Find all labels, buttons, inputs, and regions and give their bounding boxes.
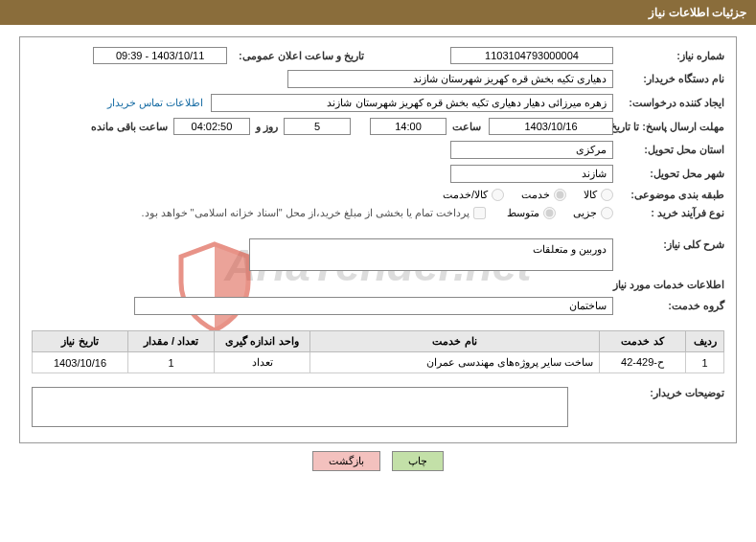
general-desc-value: دوربین و متعلقات	[249, 238, 613, 271]
buyer-org-label: نام دستگاه خریدار:	[619, 73, 724, 85]
back-button[interactable]: بازگشت	[312, 451, 380, 471]
th-row: ردیف	[686, 331, 724, 352]
days-count-value: 5	[284, 118, 351, 135]
row-province: استان محل تحویل: مرکزی	[32, 141, 724, 159]
deadline-label: مهلت ارسال پاسخ: تا تاریخ:	[619, 121, 724, 133]
purchase-type-label: نوع فرآیند خرید :	[619, 207, 724, 219]
buyer-notes-value	[32, 387, 568, 427]
row-requester: ایجاد کننده درخواست: زهره میرزائی دهیار …	[32, 94, 724, 112]
remaining-label: ساعت باقی مانده	[91, 121, 168, 133]
row-deadline: مهلت ارسال پاسخ: تا تاریخ: 1403/10/16 سا…	[32, 118, 724, 135]
button-bar: چاپ بازگشت	[0, 451, 756, 471]
print-button[interactable]: چاپ	[392, 451, 444, 471]
td-service-name: ساخت سایر پروژه‌های مهندسی عمران	[310, 352, 600, 373]
treasury-checkbox[interactable]	[473, 207, 486, 219]
td-service-code: ح-429-42	[600, 352, 686, 373]
category-radio-group: کالا خدمت کالا/خدمت	[429, 189, 613, 201]
announce-value: 1403/10/11 - 09:39	[93, 47, 227, 64]
row-category: طبقه بندی موضوعی: کالا خدمت کالا/خدمت	[32, 189, 724, 201]
th-service-code: کد خدمت	[600, 331, 686, 352]
th-qty: تعداد / مقدار	[128, 331, 215, 352]
td-need-date: 1403/10/16	[33, 352, 128, 373]
page-header: جزئیات اطلاعات نیاز	[0, 0, 756, 25]
service-group-value: ساختمان	[134, 297, 613, 315]
row-purchase-type: نوع فرآیند خرید : جزیی متوسط پرداخت تمام…	[32, 207, 724, 219]
radio-medium-item: متوسط	[507, 207, 556, 219]
purchase-type-radio-group: جزیی متوسط	[493, 207, 613, 219]
radio-minor-label: جزیی	[573, 207, 597, 219]
table-row: 1 ح-429-42 ساخت سایر پروژه‌های مهندسی عم…	[33, 352, 724, 373]
td-unit: تعداد	[215, 352, 310, 373]
requester-label: ایجاد کننده درخواست:	[619, 97, 724, 109]
requester-value: زهره میرزائی دهیار دهیاری تکیه بخش قره ک…	[211, 94, 613, 112]
radio-goods-service[interactable]	[492, 189, 504, 201]
row-city: شهر محل تحویل: شازند	[32, 165, 724, 183]
days-and-label: روز و	[256, 121, 278, 133]
radio-service-label: خدمت	[521, 189, 550, 201]
deadline-date-value: 1403/10/16	[489, 118, 613, 135]
need-number-label: شماره نیاز:	[619, 50, 724, 62]
city-label: شهر محل تحویل:	[619, 168, 724, 180]
province-label: استان محل تحویل:	[619, 144, 724, 156]
row-general-desc: شرح کلی نیاز: دوربین و متعلقات	[32, 238, 724, 271]
services-table: ردیف کد خدمت نام خدمت واحد اندازه گیری ت…	[32, 330, 724, 373]
service-group-label: گروه خدمت:	[619, 300, 724, 312]
radio-minor[interactable]	[601, 207, 613, 219]
row-service-group: گروه خدمت: ساختمان	[32, 297, 724, 315]
need-number-value: 1103104793000004	[450, 47, 613, 64]
buyer-notes-label: توضیحات خریدار:	[619, 387, 724, 399]
row-buyer-notes: توضیحات خریدار:	[32, 387, 724, 427]
th-service-name: نام خدمت	[310, 331, 600, 352]
radio-goods-service-label: کالا/خدمت	[443, 189, 488, 201]
countdown-value: 04:02:50	[173, 118, 250, 135]
radio-goods-label: کالا	[584, 189, 597, 201]
row-need-number: شماره نیاز: 1103104793000004 تاریخ و ساع…	[32, 47, 724, 64]
radio-minor-item: جزیی	[573, 207, 613, 219]
radio-goods-item: کالا	[584, 189, 613, 201]
announce-label: تاریخ و ساعت اعلان عمومی:	[239, 50, 364, 62]
buyer-org-value: دهیاری تکیه بخش قره کهریز شهرستان شازند	[287, 70, 613, 88]
th-unit: واحد اندازه گیری	[215, 331, 310, 352]
general-desc-label: شرح کلی نیاز:	[619, 238, 724, 251]
buyer-contact-link[interactable]: اطلاعات تماس خریدار	[107, 97, 203, 109]
radio-service-item: خدمت	[521, 189, 566, 201]
radio-goods[interactable]	[601, 189, 613, 201]
deadline-time-value: 14:00	[370, 118, 447, 135]
treasury-checkbox-row: پرداخت تمام یا بخشی از مبلغ خرید،از محل …	[141, 207, 486, 219]
treasury-note-label: پرداخت تمام یا بخشی از مبلغ خرید،از محل …	[141, 207, 470, 219]
time-label: ساعت	[452, 121, 481, 133]
page-title: جزئیات اطلاعات نیاز	[649, 6, 746, 19]
radio-medium[interactable]	[543, 207, 556, 219]
city-value: شازند	[450, 165, 613, 183]
category-label: طبقه بندی موضوعی:	[619, 189, 724, 201]
province-value: مرکزی	[450, 141, 613, 159]
detail-panel: شماره نیاز: 1103104793000004 تاریخ و ساع…	[19, 36, 737, 443]
table-header-row: ردیف کد خدمت نام خدمت واحد اندازه گیری ت…	[33, 331, 724, 352]
td-qty: 1	[128, 352, 215, 373]
radio-service[interactable]	[554, 189, 566, 201]
services-info-title: اطلاعات خدمات مورد نیاز	[32, 279, 724, 291]
radio-medium-label: متوسط	[507, 207, 539, 219]
radio-goods-service-item: کالا/خدمت	[443, 189, 504, 201]
row-buyer-org: نام دستگاه خریدار: دهیاری تکیه بخش قره ک…	[32, 70, 724, 88]
td-row: 1	[686, 352, 724, 373]
th-need-date: تاریخ نیاز	[33, 331, 128, 352]
